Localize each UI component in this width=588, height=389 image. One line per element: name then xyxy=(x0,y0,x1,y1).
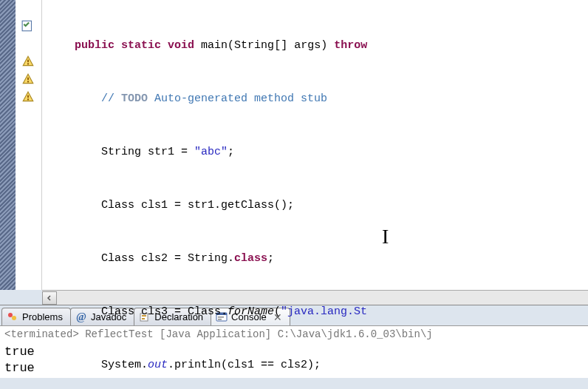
string-literal: "abc" xyxy=(194,146,228,158)
code-editor[interactable]: public static void main(String[] args) t… xyxy=(0,0,588,290)
svg-rect-4 xyxy=(27,60,29,62)
gutter[interactable] xyxy=(16,0,42,290)
task-marker-icon[interactable] xyxy=(21,19,35,33)
svg-rect-2 xyxy=(22,21,31,31)
svg-point-5 xyxy=(27,81,29,82)
svg-point-9 xyxy=(8,313,13,317)
warning-icon[interactable] xyxy=(21,90,35,104)
todo-tag: TODO xyxy=(121,92,148,105)
svg-point-7 xyxy=(27,98,29,100)
problems-icon xyxy=(7,311,18,323)
code-text xyxy=(48,39,75,52)
keyword: throw xyxy=(334,39,367,52)
string-literal: "java.lang.St xyxy=(281,305,367,318)
svg-point-10 xyxy=(12,316,16,320)
svg-point-3 xyxy=(27,63,29,64)
svg-rect-6 xyxy=(27,78,29,80)
comment: // xyxy=(101,92,121,105)
keyword: static xyxy=(121,39,161,52)
svg-rect-8 xyxy=(27,95,29,98)
warning-icon[interactable] xyxy=(21,55,35,68)
mouse-cursor-icon: I xyxy=(382,228,389,246)
keyword: void xyxy=(168,39,194,52)
static-method: forName xyxy=(228,305,274,318)
keyword: public xyxy=(75,39,114,52)
static-field: out xyxy=(148,359,168,371)
folding-ruler[interactable] xyxy=(0,0,16,290)
comment: Auto-generated method stub xyxy=(148,92,327,105)
warning-icon[interactable] xyxy=(21,72,35,86)
code-content[interactable]: public static void main(String[] args) t… xyxy=(42,0,588,290)
keyword: class xyxy=(234,252,267,265)
